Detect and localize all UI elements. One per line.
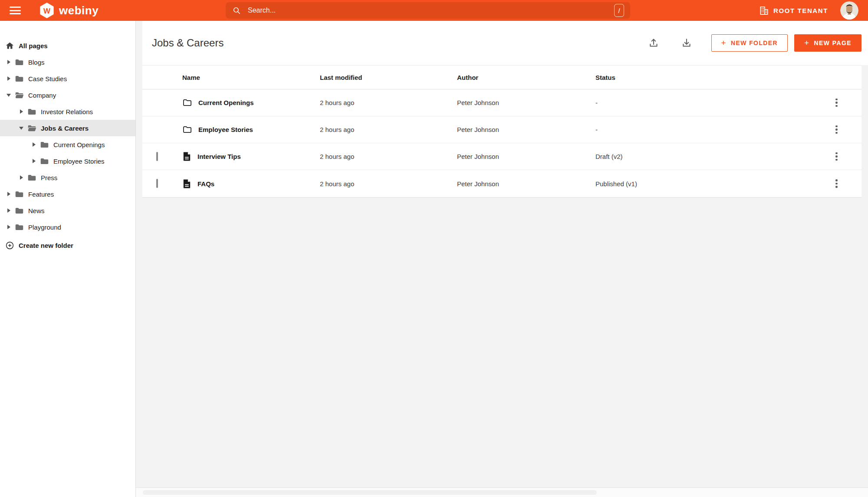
tree-caret-icon[interactable] xyxy=(6,60,11,64)
table-header-row: Name Last modified Author Status xyxy=(142,66,861,89)
plus-icon: + xyxy=(804,39,810,47)
building-icon xyxy=(759,6,769,16)
folder-icon xyxy=(15,74,24,83)
folder-icon xyxy=(182,125,192,135)
create-folder-label: Create new folder xyxy=(19,242,73,249)
search-input[interactable] xyxy=(248,7,614,14)
plus-icon: + xyxy=(721,39,727,47)
row-name[interactable]: Current Openings xyxy=(198,99,254,106)
column-header-last-modified[interactable]: Last modified xyxy=(320,74,457,81)
horizontal-scrollbar[interactable] xyxy=(143,490,597,495)
sidebar-item-company[interactable]: Company xyxy=(0,87,135,103)
tree-caret-icon[interactable] xyxy=(6,94,11,97)
row-author: Peter Johnson xyxy=(457,180,595,188)
row-name[interactable]: Interview Tips xyxy=(197,153,241,160)
sidebar-item-label: Playground xyxy=(28,224,61,231)
content-bottom-scroll-area xyxy=(136,487,868,497)
hamburger-menu-icon[interactable] xyxy=(10,7,21,14)
table-row-current-openings[interactable]: Current Openings 2 hours ago Peter Johns… xyxy=(142,89,861,116)
row-menu-kebab-icon[interactable] xyxy=(833,177,840,191)
search-shortcut-key: / xyxy=(614,4,624,17)
plus-circle-icon xyxy=(5,241,14,250)
row-last-modified: 2 hours ago xyxy=(320,99,457,106)
row-checkbox[interactable] xyxy=(156,179,158,188)
tree-caret-icon[interactable] xyxy=(19,175,24,180)
tree-caret-icon[interactable] xyxy=(31,159,36,163)
row-name[interactable]: FAQs xyxy=(197,180,214,188)
brand-name: webiny xyxy=(59,4,99,17)
user-avatar[interactable] xyxy=(840,1,858,20)
folder-tree-sidebar: All pages Blogs Case Studies xyxy=(0,21,136,497)
row-checkbox[interactable] xyxy=(156,152,158,161)
sidebar-item-case-studies[interactable]: Case Studies xyxy=(0,70,135,87)
tree-caret-icon[interactable] xyxy=(6,225,11,229)
row-menu-kebab-icon[interactable] xyxy=(833,123,840,137)
row-author: Peter Johnson xyxy=(457,126,595,133)
sidebar-item-all-pages[interactable]: All pages xyxy=(0,37,135,54)
search-icon xyxy=(233,7,241,15)
sidebar-item-label: Blogs xyxy=(28,59,45,66)
sidebar-item-playground[interactable]: Playground xyxy=(0,219,135,235)
tenant-selector[interactable]: ROOT TENANT xyxy=(759,6,828,16)
folder-icon xyxy=(182,98,192,108)
export-pages-button[interactable] xyxy=(679,36,694,50)
row-name[interactable]: Employee Stories xyxy=(198,126,253,133)
sidebar-root-label: All pages xyxy=(19,42,48,49)
table-row-employee-stories[interactable]: Employee Stories 2 hours ago Peter Johns… xyxy=(142,116,861,143)
tree-caret-icon[interactable] xyxy=(6,192,11,196)
folder-icon xyxy=(40,157,49,166)
sidebar-item-jobs-careers[interactable]: Jobs & Careers xyxy=(0,120,135,136)
column-header-status[interactable]: Status xyxy=(595,74,812,81)
page-title: Jobs & Careers xyxy=(152,37,224,49)
row-last-modified: 2 hours ago xyxy=(320,153,457,160)
new-folder-button[interactable]: + NEW FOLDER xyxy=(711,34,788,52)
content-header: Jobs & Careers + NEW FOLDER + NEW PAGE xyxy=(142,21,868,65)
sidebar-item-news[interactable]: News xyxy=(0,202,135,219)
table-body: Current Openings 2 hours ago Peter Johns… xyxy=(142,89,861,197)
sidebar-item-current-openings[interactable]: Current Openings xyxy=(0,136,135,153)
tree-caret-icon[interactable] xyxy=(19,127,24,130)
tree-caret-icon[interactable] xyxy=(19,109,24,114)
tree-caret-icon[interactable] xyxy=(6,76,11,81)
row-author: Peter Johnson xyxy=(457,99,595,106)
folder-icon xyxy=(40,140,49,149)
folder-icon xyxy=(15,91,24,100)
sidebar-item-label: Case Studies xyxy=(28,75,67,82)
sidebar-item-press[interactable]: Press xyxy=(0,169,135,186)
svg-text:W: W xyxy=(43,7,51,15)
sidebar-item-label: Features xyxy=(28,191,54,198)
row-last-modified: 2 hours ago xyxy=(320,180,457,188)
sidebar-item-blogs[interactable]: Blogs xyxy=(0,54,135,70)
page-icon xyxy=(182,151,191,161)
row-last-modified: 2 hours ago xyxy=(320,126,457,133)
folder-icon xyxy=(15,58,24,67)
pages-table: Name Last modified Author Status Current… xyxy=(142,65,861,197)
folder-icon xyxy=(27,124,36,133)
row-status: Draft (v2) xyxy=(595,153,812,160)
avatar-photo xyxy=(840,1,858,20)
row-status: Published (v1) xyxy=(595,180,812,188)
webiny-logo[interactable]: W webiny xyxy=(39,3,99,18)
tree-caret-icon[interactable] xyxy=(31,142,36,147)
sidebar-item-label: Employee Stories xyxy=(53,158,105,165)
page-icon xyxy=(182,179,191,189)
row-menu-kebab-icon[interactable] xyxy=(833,96,840,110)
sidebar-item-label: News xyxy=(28,207,45,214)
sidebar-item-label: Jobs & Careers xyxy=(41,125,89,132)
sidebar-item-investor-relations[interactable]: Investor Relations xyxy=(0,103,135,120)
table-row-faqs[interactable]: FAQs 2 hours ago Peter Johnson Published… xyxy=(142,170,861,197)
search-bar[interactable]: / xyxy=(226,2,630,19)
tree-caret-icon[interactable] xyxy=(6,208,11,213)
folder-icon xyxy=(15,190,24,199)
column-header-name[interactable]: Name xyxy=(182,74,320,81)
row-menu-kebab-icon[interactable] xyxy=(833,150,840,164)
home-icon xyxy=(5,41,14,50)
new-page-button[interactable]: + NEW PAGE xyxy=(794,34,861,52)
sidebar-item-features[interactable]: Features xyxy=(0,186,135,202)
create-new-folder-button[interactable]: Create new folder xyxy=(0,237,135,253)
column-header-author[interactable]: Author xyxy=(457,74,595,81)
import-pages-button[interactable] xyxy=(646,36,661,50)
sidebar-item-employee-stories[interactable]: Employee Stories xyxy=(0,153,135,169)
table-row-interview-tips[interactable]: Interview Tips 2 hours ago Peter Johnson… xyxy=(142,143,861,170)
webiny-hexagon-icon: W xyxy=(39,3,55,18)
